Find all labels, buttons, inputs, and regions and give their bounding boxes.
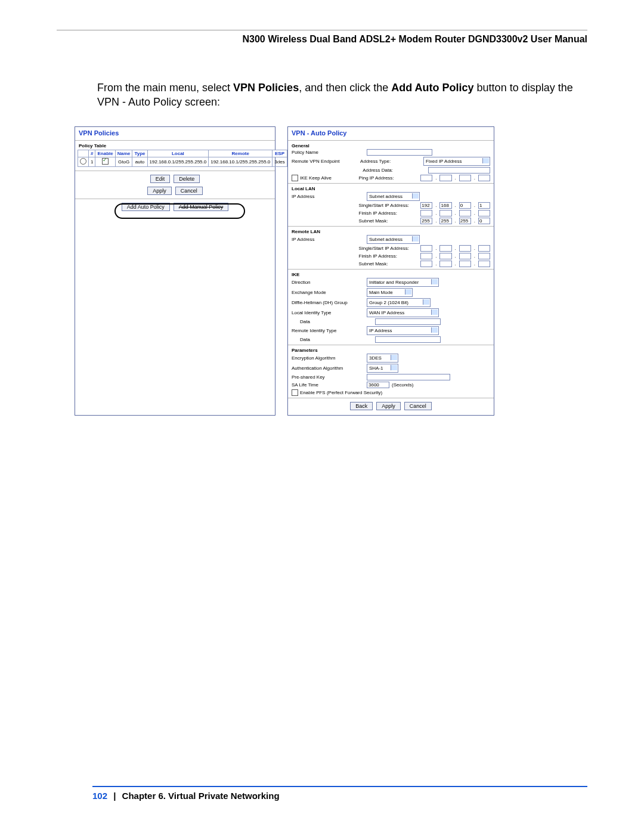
policy-name-input[interactable]	[367, 149, 432, 156]
apply-cancel-row: Apply Cancel	[75, 187, 275, 195]
ip-oct[interactable]	[459, 245, 471, 252]
select-value: Subnet address	[369, 194, 402, 199]
address-type-select[interactable]: Fixed IP Address	[423, 157, 490, 166]
ike-heading: IKE	[288, 271, 494, 277]
cell-local: 192.168.0.1/255.255.255.0	[147, 157, 209, 166]
pfs-label: Enable PFS (Perfect Forward Security)	[300, 389, 382, 395]
ip-oct[interactable]	[420, 175, 432, 181]
ip-oct[interactable]	[420, 245, 432, 252]
remote-ip-label: IP Address	[292, 237, 364, 242]
ip-oct[interactable]	[439, 253, 451, 259]
ip-oct[interactable]	[478, 175, 490, 181]
row-radio[interactable]	[80, 158, 86, 165]
pfs-checkbox[interactable]	[292, 389, 298, 396]
divider	[288, 398, 494, 398]
psk-input[interactable]	[367, 374, 450, 380]
col-remote: Remote	[209, 150, 273, 157]
enc-label: Encryption Algorithm	[292, 355, 364, 361]
remote-ip-select[interactable]: Subnet address	[367, 235, 420, 244]
ip-oct[interactable]	[439, 175, 451, 181]
local-data-input[interactable]	[375, 318, 441, 325]
col-esp: ESP	[273, 150, 287, 157]
ip-oct[interactable]	[439, 261, 451, 267]
enc-select[interactable]: 3DES	[367, 354, 398, 363]
ip-oct[interactable]: 1	[478, 202, 490, 209]
ip-oct[interactable]	[420, 253, 432, 259]
auth-select[interactable]: SHA-1	[367, 364, 398, 373]
select-value: Group 2 (1024 Bit)	[369, 300, 408, 305]
cancel-button[interactable]: Cancel	[175, 187, 203, 195]
ip-oct[interactable]	[478, 245, 490, 252]
bottom-button-row: Back Apply Cancel	[288, 402, 494, 410]
ip-oct[interactable]: 0	[459, 202, 471, 209]
ip-oct[interactable]: 168	[439, 202, 451, 209]
vpn-auto-policy-panel: VPN - Auto Policy General Policy Name Re…	[287, 126, 494, 416]
ip-oct[interactable]	[478, 253, 490, 259]
apply-button[interactable]: Apply	[147, 187, 172, 195]
remote-id-select[interactable]: IP Address	[367, 326, 439, 335]
address-data-label: Address Data:	[363, 168, 426, 173]
ip-oct[interactable]: 255	[459, 218, 471, 224]
local-mask-label: Subnet Mask:	[359, 218, 419, 224]
cancel-button-2[interactable]: Cancel	[404, 402, 432, 410]
local-ip-select[interactable]: Subnet address	[367, 192, 420, 201]
ip-oct[interactable]	[459, 261, 471, 267]
ike-keepalive-checkbox[interactable]	[292, 175, 298, 181]
vpn-policies-title: VPN Policies	[75, 127, 275, 139]
address-data-input[interactable]	[428, 167, 490, 174]
life-input[interactable]: 3600	[367, 382, 389, 388]
ip-oct[interactable]	[420, 210, 432, 216]
remote-lan-heading: Remote LAN	[288, 228, 494, 234]
ip-oct[interactable]	[478, 261, 490, 267]
remote-data-label: Data	[292, 337, 373, 342]
seconds-label: (Seconds)	[392, 382, 413, 388]
ip-oct[interactable]	[459, 210, 471, 216]
ip-oct[interactable]	[439, 245, 451, 252]
remote-start-label: Single/Start IP Address:	[359, 246, 419, 251]
local-id-select[interactable]: WAN IP Address	[367, 308, 439, 317]
remote-id-label: Remote Identity Type	[292, 328, 364, 333]
callout-oval	[114, 203, 245, 219]
remote-data-input[interactable]	[375, 336, 441, 343]
select-value: Initiator and Responder	[369, 280, 419, 285]
select-value: Main Mode	[369, 290, 393, 295]
edit-delete-row: Edit Delete	[75, 175, 275, 183]
ip-oct[interactable]: 255	[439, 218, 451, 224]
text: , and then click the	[299, 82, 391, 94]
divider	[288, 140, 494, 141]
back-button[interactable]: Back	[350, 402, 373, 410]
ip-oct[interactable]	[420, 261, 432, 267]
col-type: Type	[132, 150, 147, 157]
dh-label: Diffie-Hellman (DH) Group	[292, 300, 364, 305]
ip-oct[interactable]	[478, 210, 490, 216]
delete-button[interactable]: Delete	[174, 175, 200, 183]
dh-select[interactable]: Group 2 (1024 Bit)	[367, 298, 431, 307]
ip-oct[interactable]: 0	[478, 218, 490, 224]
select-value: 3DES	[369, 355, 382, 361]
exchange-select[interactable]: Main Mode	[367, 288, 413, 297]
ike-keepalive-label: IKE Keep Alive	[300, 175, 332, 180]
divider	[288, 183, 494, 184]
vpn-policies-panel: VPN Policies Policy Table # Enable Name …	[75, 126, 275, 416]
edit-button[interactable]: Edit	[150, 175, 171, 183]
ping-ip-label: Ping IP Address:	[359, 175, 419, 181]
chapter-title: Chapter 6. Virtual Private Networking	[122, 791, 280, 801]
address-type-label: Address Type:	[360, 159, 421, 164]
table-header-row: # Enable Name Type Local Remote ESP	[78, 150, 287, 157]
local-lan-heading: Local LAN	[288, 185, 494, 191]
col-num: #	[89, 150, 95, 157]
ip-oct[interactable]: 192	[420, 202, 432, 209]
ip-oct[interactable]	[459, 175, 471, 181]
ip-oct[interactable]	[459, 253, 471, 259]
page-number: 102	[92, 791, 107, 801]
row-enable-check[interactable]	[102, 158, 109, 165]
parameters-heading: Parameters	[288, 346, 494, 353]
col-enable: Enable	[95, 150, 115, 157]
ip-oct[interactable]: 255	[420, 218, 432, 224]
local-data-label: Data	[292, 319, 373, 324]
cell-esp: 3des	[273, 157, 287, 166]
direction-select[interactable]: Initiator and Responder	[367, 278, 439, 287]
ip-oct[interactable]	[439, 210, 451, 216]
apply-button-2[interactable]: Apply	[376, 402, 401, 410]
cell-name: GtoG	[115, 157, 132, 166]
